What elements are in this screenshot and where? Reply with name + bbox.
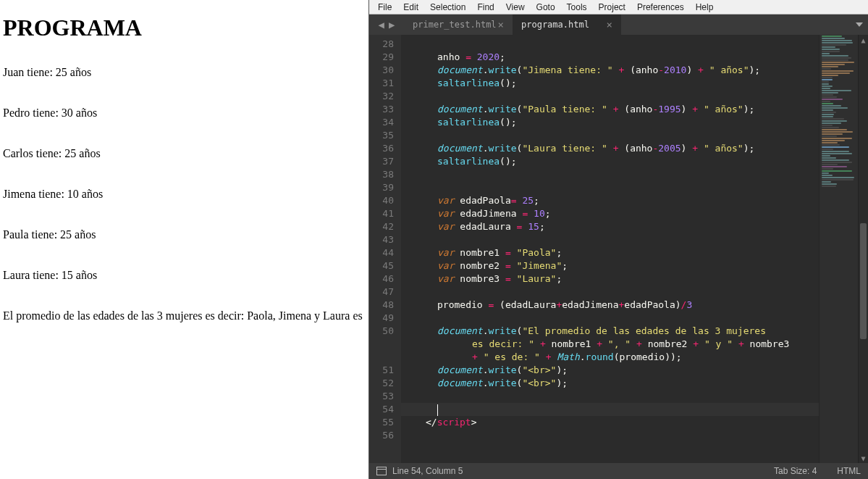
menu-bar: File Edit Selection Find View Goto Tools… <box>369 0 868 14</box>
scroll-up-icon[interactable]: ▲ <box>859 35 868 45</box>
arrow-left-icon[interactable]: ◀ <box>379 19 384 30</box>
code-line[interactable] <box>401 129 819 142</box>
svg-rect-0 <box>377 467 387 475</box>
output-line: Laura tiene: 15 años <box>3 269 366 282</box>
menu-selection[interactable]: Selection <box>424 2 471 12</box>
line-number: 45 <box>369 259 401 272</box>
code-editor-window: File Edit Selection Find View Goto Tools… <box>368 0 868 479</box>
close-icon[interactable]: × <box>607 19 612 30</box>
code-line[interactable]: document.write("<br>"); <box>401 377 819 390</box>
code-area[interactable]: 2829303132333435363738394041424344454647… <box>369 35 868 463</box>
line-number: 34 <box>369 116 401 129</box>
output-line: El promedio de las edades de las 3 mujer… <box>3 309 366 322</box>
tab-label: programa.html <box>521 20 589 30</box>
code-line[interactable]: var edadJimena = 10; <box>401 207 819 220</box>
status-tab-size[interactable]: Tab Size: 4 <box>774 466 817 476</box>
close-icon[interactable]: × <box>498 19 504 30</box>
status-bar: Line 54, Column 5 Tab Size: 4 HTML <box>369 463 868 479</box>
menu-goto[interactable]: Goto <box>531 2 561 12</box>
panel-icon[interactable] <box>376 467 387 475</box>
line-number: 29 <box>369 51 401 64</box>
tab-primer-test[interactable]: primer_test.html × <box>404 14 513 35</box>
line-number: 46 <box>369 272 401 286</box>
code-line[interactable] <box>401 38 819 51</box>
code-line[interactable] <box>401 403 819 416</box>
code-line[interactable] <box>401 429 819 442</box>
menu-help[interactable]: Help <box>690 2 720 12</box>
code-line[interactable]: var nombre2 = "Jimena"; <box>401 259 819 272</box>
menu-view[interactable]: View <box>500 2 531 12</box>
scroll-down-icon[interactable]: ▼ <box>859 453 868 463</box>
tab-nav-arrows[interactable]: ◀ ▶ <box>369 14 404 35</box>
code-line[interactable] <box>401 181 819 194</box>
tab-programa[interactable]: programa.html × <box>513 14 621 35</box>
code-line[interactable] <box>401 168 819 181</box>
minimap[interactable] <box>819 35 858 463</box>
line-number <box>369 351 401 364</box>
menu-tools[interactable]: Tools <box>561 2 593 12</box>
line-number: 53 <box>369 390 401 403</box>
line-number: 41 <box>369 207 401 220</box>
scrollbar-thumb[interactable] <box>860 223 867 339</box>
line-number: 55 <box>369 416 401 429</box>
code-line[interactable]: var edadPaola= 25; <box>401 194 819 207</box>
code-line[interactable]: var nombre3 = "Laura"; <box>401 272 819 286</box>
output-line: Juan tiene: 25 años <box>3 66 366 79</box>
output-line: Pedro tiene: 30 años <box>3 107 366 120</box>
code-line[interactable] <box>401 90 819 103</box>
code-line[interactable]: document.write("<br>"); <box>401 364 819 377</box>
output-line: Jimena tiene: 10 años <box>3 188 366 201</box>
line-number: 37 <box>369 155 401 168</box>
output-line: Carlos tiene: 25 años <box>3 147 366 160</box>
code-line[interactable]: document.write("Laura tiene: " + (anho-2… <box>401 142 819 155</box>
code-content[interactable]: anho = 2020;document.write("Jimena tiene… <box>401 35 819 463</box>
line-number: 50 <box>369 325 401 338</box>
code-line[interactable] <box>401 390 819 403</box>
line-number: 35 <box>369 129 401 142</box>
code-line[interactable]: document.write("Jimena tiene: " + (anho-… <box>401 64 819 77</box>
tab-label: primer_test.html <box>413 20 497 30</box>
page-title: PROGRAMA <box>3 14 366 41</box>
menu-file[interactable]: File <box>372 2 397 12</box>
line-number: 31 <box>369 77 401 90</box>
code-line[interactable]: var edadLaura = 15; <box>401 220 819 233</box>
line-number <box>369 338 401 351</box>
vertical-scrollbar[interactable]: ▲ ▼ <box>858 35 868 463</box>
code-line[interactable]: anho = 2020; <box>401 51 819 64</box>
menu-project[interactable]: Project <box>593 2 631 12</box>
code-line[interactable]: es decir: " + nombre1 + ", " + nombre2 +… <box>401 338 819 351</box>
code-line[interactable]: saltarlinea(); <box>401 77 819 90</box>
status-cursor-position[interactable]: Line 54, Column 5 <box>392 466 463 476</box>
line-number: 43 <box>369 233 401 246</box>
code-line[interactable]: + " es de: " + Math.round(promedio)); <box>401 351 819 364</box>
code-line[interactable]: saltarlinea(); <box>401 116 819 129</box>
code-line[interactable]: promedio = (edadLaura+edadJimena+edadPao… <box>401 299 819 312</box>
line-number: 42 <box>369 220 401 233</box>
code-line[interactable]: document.write("Paula tiene: " + (anho-1… <box>401 103 819 116</box>
code-line[interactable]: saltarlinea(); <box>401 155 819 168</box>
line-number: 39 <box>369 181 401 194</box>
code-line[interactable] <box>401 312 819 325</box>
line-number: 48 <box>369 299 401 312</box>
menu-edit[interactable]: Edit <box>397 2 424 12</box>
line-number-gutter: 2829303132333435363738394041424344454647… <box>369 35 401 463</box>
status-language[interactable]: HTML <box>837 466 861 476</box>
text-cursor <box>437 404 438 416</box>
line-number: 47 <box>369 286 401 299</box>
menu-preferences[interactable]: Preferences <box>631 2 690 12</box>
tab-overflow-button[interactable] <box>851 14 868 35</box>
code-line[interactable] <box>401 233 819 246</box>
code-line[interactable]: var nombre1 = "Paola"; <box>401 246 819 259</box>
code-line[interactable]: </script> <box>401 416 819 429</box>
output-line: Paula tiene: 25 años <box>3 228 366 241</box>
menu-find[interactable]: Find <box>471 2 500 12</box>
line-number: 28 <box>369 38 401 51</box>
line-number: 51 <box>369 364 401 377</box>
line-number: 36 <box>369 142 401 155</box>
line-number: 56 <box>369 429 401 442</box>
line-number: 30 <box>369 64 401 77</box>
code-line[interactable]: document.write("El promedio de las edade… <box>401 325 819 338</box>
line-number: 38 <box>369 168 401 181</box>
arrow-right-icon[interactable]: ▶ <box>389 19 395 30</box>
code-line[interactable] <box>401 286 819 299</box>
